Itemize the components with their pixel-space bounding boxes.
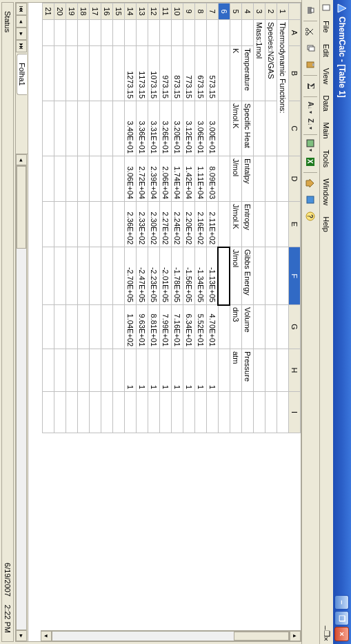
cell[interactable] — [101, 305, 113, 349]
row-header[interactable]: 1 — [277, 3, 289, 20]
cell[interactable]: Entalpy — [242, 156, 254, 202]
cell[interactable]: Mass:1mol — [254, 20, 265, 101]
cell[interactable]: 9.63E+01 — [137, 305, 148, 349]
cell[interactable] — [242, 392, 254, 433]
cell[interactable] — [78, 202, 90, 247]
cell[interactable] — [54, 247, 66, 305]
cell[interactable] — [90, 247, 101, 305]
col-header-C[interactable]: C — [289, 101, 301, 156]
cell[interactable]: Entropy — [242, 202, 254, 247]
row-header[interactable]: 15 — [113, 3, 125, 20]
cell[interactable]: 973.15 — [160, 46, 172, 101]
cell[interactable] — [113, 247, 125, 305]
cell[interactable] — [148, 392, 160, 433]
row-header[interactable]: 10 — [172, 3, 183, 20]
cell[interactable]: 5.52E+01 — [195, 305, 207, 349]
cell[interactable] — [54, 305, 66, 349]
cell[interactable] — [113, 46, 125, 101]
cell[interactable] — [113, 20, 125, 46]
close-button[interactable]: × — [335, 627, 350, 641]
cell[interactable]: 3.06E+01 — [195, 101, 207, 156]
col-header-D[interactable]: D — [289, 156, 301, 202]
row-header[interactable]: 20 — [54, 3, 66, 20]
cell[interactable] — [183, 20, 195, 46]
cell[interactable]: 3.00E+01 — [207, 101, 219, 156]
cell[interactable]: -1.34E+05 — [195, 247, 207, 305]
horizontal-scrollbar[interactable]: ◂ ▸ — [16, 154, 28, 641]
cell[interactable] — [254, 392, 265, 433]
cell[interactable]: 1 — [160, 349, 172, 392]
row-header[interactable]: 21 — [43, 3, 54, 20]
row-header[interactable]: 8 — [195, 3, 207, 20]
col-header-H[interactable]: H — [289, 349, 301, 392]
spreadsheet-grid[interactable]: A B C D E F G H I 1Thermodynamic Functio… — [42, 3, 301, 433]
cell[interactable] — [43, 202, 54, 247]
cell[interactable] — [113, 202, 125, 247]
cell[interactable] — [54, 156, 66, 202]
cell[interactable]: 3.06E+04 — [125, 156, 137, 202]
cell[interactable] — [219, 202, 230, 247]
vscroll-track[interactable] — [52, 631, 290, 641]
cell[interactable] — [66, 156, 78, 202]
sort-asc-icon[interactable]: A↓ — [303, 100, 319, 115]
row-header[interactable]: 3 — [254, 3, 265, 20]
grid-viewport[interactable]: A B C D E F G H I 1Thermodynamic Functio… — [28, 3, 301, 641]
cell[interactable]: 1.11E+04 — [195, 156, 207, 202]
cell[interactable]: 1 — [148, 349, 160, 392]
cell[interactable] — [254, 101, 265, 156]
cut-icon[interactable] — [303, 24, 319, 39]
cell[interactable] — [254, 305, 265, 349]
cell[interactable] — [277, 247, 289, 305]
col-header-E[interactable]: E — [289, 202, 301, 247]
cell[interactable]: 1 — [195, 349, 207, 392]
cell[interactable] — [101, 202, 113, 247]
cell[interactable]: 6.34E+01 — [183, 305, 195, 349]
help-icon[interactable]: ? — [303, 209, 319, 224]
menu-tools[interactable]: Tools — [321, 144, 332, 173]
sheet-nav-first[interactable]: ⏮ — [17, 3, 28, 15]
minimize-button[interactable]: – — [335, 595, 350, 610]
cell[interactable]: 2.72E+04 — [137, 156, 148, 202]
row-header[interactable]: 14 — [125, 3, 137, 20]
cell[interactable]: atm — [230, 349, 242, 392]
cell[interactable]: 573.15 — [207, 46, 219, 101]
scroll-down-button[interactable]: ▾ — [41, 631, 52, 641]
cell[interactable] — [265, 247, 277, 305]
print-icon[interactable] — [303, 3, 319, 18]
cell[interactable] — [265, 392, 277, 433]
cell[interactable]: -2.47E+05 — [137, 247, 148, 305]
cell[interactable]: 2.39E+04 — [148, 156, 160, 202]
cell[interactable] — [219, 247, 230, 305]
hscroll-track[interactable] — [17, 165, 28, 630]
row-header[interactable]: 4 — [242, 3, 254, 20]
cell[interactable] — [66, 46, 78, 101]
menu-window[interactable]: Window — [321, 173, 332, 211]
cell[interactable] — [78, 156, 90, 202]
cell[interactable] — [160, 392, 172, 433]
cell[interactable] — [137, 392, 148, 433]
cell[interactable] — [148, 20, 160, 46]
cell[interactable] — [101, 20, 113, 46]
cell[interactable]: J/mol — [230, 247, 242, 305]
menu-help[interactable]: Help — [321, 211, 332, 238]
cell[interactable] — [78, 247, 90, 305]
cell[interactable] — [90, 20, 101, 46]
cell[interactable] — [160, 20, 172, 46]
cell[interactable]: -2.70E+05 — [125, 247, 137, 305]
cell[interactable] — [66, 20, 78, 46]
cell[interactable] — [125, 20, 137, 46]
cell[interactable] — [219, 156, 230, 202]
col-header-F[interactable]: F — [289, 247, 301, 305]
cell[interactable] — [137, 20, 148, 46]
cell[interactable]: 7.16E+01 — [172, 305, 183, 349]
cell[interactable] — [219, 349, 230, 392]
row-header[interactable]: 17 — [90, 3, 101, 20]
cell[interactable] — [78, 392, 90, 433]
cell[interactable] — [265, 305, 277, 349]
cell[interactable]: J/mol.K — [230, 101, 242, 156]
menu-data[interactable]: Data — [321, 90, 332, 116]
cell[interactable] — [265, 202, 277, 247]
cell[interactable] — [101, 46, 113, 101]
cell[interactable]: 2.36E+02 — [125, 202, 137, 247]
cell[interactable]: dm3 — [230, 305, 242, 349]
